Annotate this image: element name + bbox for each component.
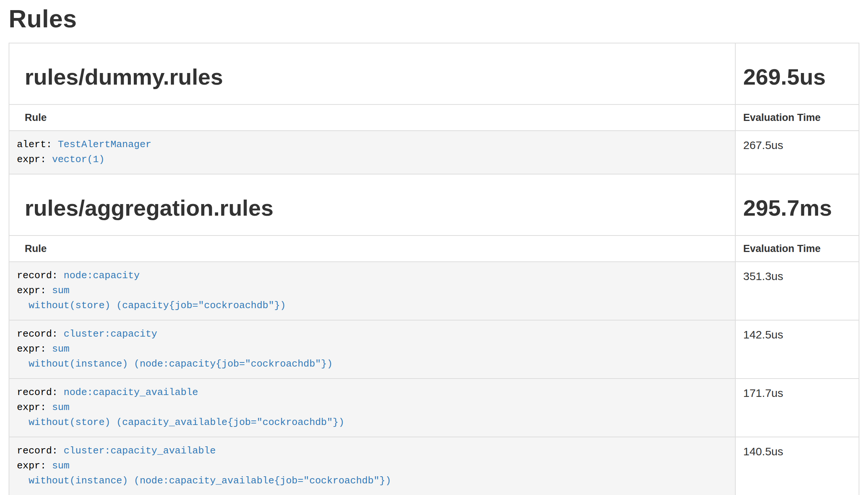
code-label: expr: <box>17 285 52 296</box>
rule-column-header: Rule <box>9 236 735 262</box>
rule-cell: record: node:capacity expr: sum without(… <box>9 262 735 320</box>
group-header-row: rules/aggregation.rules295.7ms <box>9 174 859 236</box>
rule-link[interactable]: vector(1) <box>52 154 105 165</box>
rule-link[interactable]: without(store) (capacity{job="cockroachd… <box>17 300 286 311</box>
rule-link[interactable]: without(instance) (node:capacity{job="co… <box>17 358 333 370</box>
code-label: record: <box>17 328 64 340</box>
rule-row: record: cluster:capacity_available expr:… <box>9 437 859 495</box>
rule-link[interactable]: TestAlertManager <box>58 139 151 150</box>
eval-time-value: 351.3us <box>735 262 859 320</box>
rule-link[interactable]: sum <box>52 343 70 355</box>
rule-code: record: node:capacity_available expr: su… <box>9 379 735 437</box>
eval-time-value: 140.5us <box>735 437 859 495</box>
rule-cell: record: cluster:capacity_available expr:… <box>9 437 735 495</box>
rule-link[interactable]: without(instance) (node:capacity_availab… <box>17 475 391 486</box>
eval-time-column-header: Evaluation Time <box>735 236 859 262</box>
rule-code: record: cluster:capacity expr: sum witho… <box>9 321 735 378</box>
rule-cell: record: node:capacity_available expr: su… <box>9 379 735 437</box>
code-label: expr: <box>17 460 52 471</box>
eval-time-value: 171.7us <box>735 379 859 437</box>
rule-link[interactable]: sum <box>52 402 70 413</box>
group-eval-time-cell: 269.5us <box>735 43 859 104</box>
code-label: expr: <box>17 343 52 355</box>
rules-page: Rules rules/dummy.rules269.5usRuleEvalua… <box>0 0 868 495</box>
rule-link[interactable]: cluster:capacity <box>64 328 157 340</box>
code-label: alert: <box>17 139 58 150</box>
page-title: Rules <box>9 4 859 33</box>
rule-row: alert: TestAlertManager expr: vector(1)2… <box>9 131 859 174</box>
rule-row: record: node:capacity_available expr: su… <box>9 379 859 437</box>
group-name: rules/dummy.rules <box>25 65 727 89</box>
group-name-cell: rules/aggregation.rules <box>9 174 735 236</box>
rules-table: rules/dummy.rules269.5usRuleEvaluation T… <box>9 43 859 495</box>
rule-code: alert: TestAlertManager expr: vector(1) <box>9 131 735 174</box>
code-label: record: <box>17 445 64 456</box>
rule-link[interactable]: sum <box>52 460 70 471</box>
rule-row: record: node:capacity expr: sum without(… <box>9 262 859 320</box>
rule-link[interactable]: sum <box>52 285 70 296</box>
column-header-row: RuleEvaluation Time <box>9 104 859 131</box>
rule-row: record: cluster:capacity expr: sum witho… <box>9 320 859 379</box>
group-name: rules/aggregation.rules <box>25 196 727 220</box>
code-label: expr: <box>17 402 52 413</box>
rule-link[interactable]: node:capacity_available <box>64 387 198 398</box>
group-eval-time: 295.7ms <box>743 196 855 220</box>
rule-code: record: cluster:capacity_available expr:… <box>9 437 735 495</box>
group-eval-time-cell: 295.7ms <box>735 174 859 236</box>
rule-code: record: node:capacity expr: sum without(… <box>9 262 735 320</box>
rule-link[interactable]: cluster:capacity_available <box>64 445 216 456</box>
rule-column-header: Rule <box>9 104 735 131</box>
eval-time-column-header: Evaluation Time <box>735 104 859 131</box>
group-header-row: rules/dummy.rules269.5us <box>9 43 859 104</box>
rule-link[interactable]: node:capacity <box>64 270 140 281</box>
rule-cell: record: cluster:capacity expr: sum witho… <box>9 320 735 379</box>
code-label: record: <box>17 387 64 398</box>
code-label: record: <box>17 270 64 281</box>
eval-time-value: 267.5us <box>735 131 859 174</box>
code-label: expr: <box>17 154 52 165</box>
rule-cell: alert: TestAlertManager expr: vector(1) <box>9 131 735 174</box>
column-header-row: RuleEvaluation Time <box>9 236 859 262</box>
group-eval-time: 269.5us <box>743 65 855 89</box>
eval-time-value: 142.5us <box>735 320 859 379</box>
rule-link[interactable]: without(store) (capacity_available{job="… <box>17 417 344 428</box>
group-name-cell: rules/dummy.rules <box>9 43 735 104</box>
